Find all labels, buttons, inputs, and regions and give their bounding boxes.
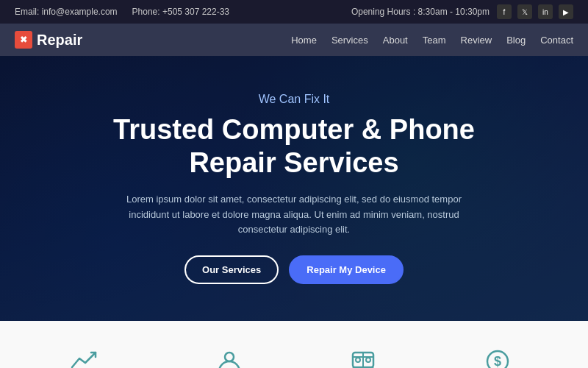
svg-point-3 xyxy=(366,358,370,362)
fast-repairs-icon xyxy=(65,343,102,368)
hero-buttons: Our Services Repair My Device xyxy=(88,255,500,284)
repair-button[interactable]: Repair My Device xyxy=(289,255,404,284)
features-section: Fast & Quick Repairs Great Customer Serv… xyxy=(0,321,588,368)
logo[interactable]: ✖ Repair xyxy=(15,31,82,49)
linkedin-icon[interactable]: in xyxy=(538,4,553,19)
phone-info: Phone: +505 307 222-33 xyxy=(132,7,229,17)
top-bar-right: Opening Hours : 8:30am - 10:30pm f 𝕏 in … xyxy=(351,4,573,19)
navbar: ✖ Repair Home Services About Team Review… xyxy=(0,24,588,56)
nav-home[interactable]: Home xyxy=(291,35,317,46)
hero-content: We Can Fix It Trusted Computer & Phone R… xyxy=(74,93,514,285)
nav-review[interactable]: Review xyxy=(461,35,492,46)
hero-description: Lorem ipsum dolor sit amet, consectetur … xyxy=(110,192,478,238)
opening-hours: Opening Hours : 8:30am - 10:30pm xyxy=(351,7,490,17)
nav-blog[interactable]: Blog xyxy=(506,35,526,46)
nav-links: Home Services About Team Review Blog Con… xyxy=(291,33,573,46)
hero-section: We Can Fix It Trusted Computer & Phone R… xyxy=(0,56,588,321)
feature-wholesale-parts: Wholesale Parts xyxy=(326,343,400,368)
services-button[interactable]: Our Services xyxy=(184,255,279,284)
social-icons: f 𝕏 in ▶ xyxy=(497,4,573,19)
nav-services[interactable]: Services xyxy=(331,35,368,46)
logo-text: Repair xyxy=(37,32,82,49)
wholesale-parts-icon xyxy=(345,343,381,368)
hero-subtitle: We Can Fix It xyxy=(88,93,500,106)
feature-lowest-price: $ Lowest Price Guarantee xyxy=(443,343,552,368)
svg-point-0 xyxy=(225,353,234,361)
nav-contact[interactable]: Contact xyxy=(540,35,573,46)
twitter-icon[interactable]: 𝕏 xyxy=(517,4,532,19)
lowest-price-icon: $ xyxy=(479,343,516,368)
feature-customer-service: Great Customer Service xyxy=(175,343,284,368)
email-info: Email: info@example.com xyxy=(15,7,118,17)
top-bar-left: Email: info@example.com Phone: +505 307 … xyxy=(15,7,229,17)
nav-about[interactable]: About xyxy=(383,35,408,46)
nav-team[interactable]: Team xyxy=(423,35,446,46)
svg-text:$: $ xyxy=(494,354,501,368)
feature-fast-repairs: Fast & Quick Repairs xyxy=(36,343,132,368)
customer-service-icon xyxy=(211,343,248,368)
top-bar: Email: info@example.com Phone: +505 307 … xyxy=(0,0,588,24)
hero-title: Trusted Computer & Phone Repair Services xyxy=(88,113,500,180)
facebook-icon[interactable]: f xyxy=(497,4,512,19)
logo-icon: ✖ xyxy=(15,31,32,49)
youtube-icon[interactable]: ▶ xyxy=(559,4,573,19)
svg-point-2 xyxy=(356,358,360,362)
